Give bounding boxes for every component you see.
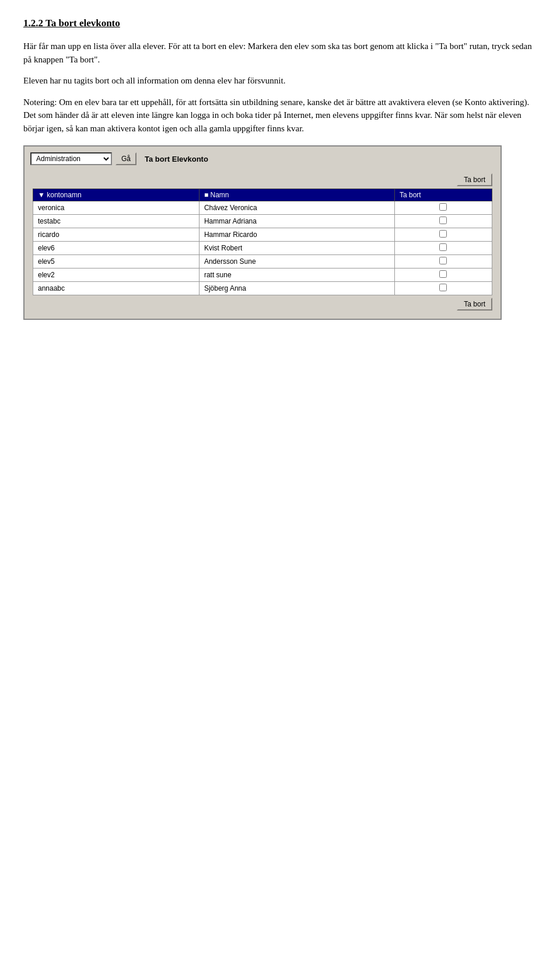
cell-namn: Hammar Ricardo [199,228,394,242]
delete-checkbox[interactable] [439,257,447,264]
table-row: elev2ratt sune [33,268,492,282]
cell-checkbox [394,228,492,242]
student-table: kontonamn Namn Ta bort veronicaChávez Ve… [33,189,492,295]
col-namn[interactable]: Namn [199,189,394,201]
cell-checkbox [394,242,492,255]
delete-checkbox[interactable] [439,270,447,278]
ta-bort-button-bottom[interactable]: Ta bort [457,298,492,311]
table-row: ricardoHammar Ricardo [33,228,492,242]
table-row: veronicaChávez Veronica [33,201,492,215]
table-row: elev5Andersson Sune [33,255,492,268]
cell-kontonamn: elev2 [33,268,200,282]
table-header: kontonamn Namn Ta bort [33,189,492,201]
ta-bort-bottom-container: Ta bort [33,298,492,311]
col-ta-bort: Ta bort [394,189,492,201]
table-row: testabcHammar Adriana [33,215,492,228]
top-bar: Administration Gå Ta bort Elevkonto [30,152,495,165]
table-body: veronicaChávez VeronicatestabcHammar Adr… [33,201,492,295]
page-title: Ta bort Elevkonto [140,154,213,165]
table-row: annaabcSjöberg Anna [33,282,492,295]
ta-bort-top-container: Ta bort [33,173,492,186]
table-content: Ta bort kontonamn Namn Ta bort veronicaC… [30,171,495,313]
go-button[interactable]: Gå [116,152,136,165]
cell-checkbox [394,268,492,282]
cell-checkbox [394,215,492,228]
cell-checkbox [394,201,492,215]
delete-checkbox[interactable] [439,230,447,238]
table-row: elev6Kvist Robert [33,242,492,255]
admin-ui-frame: Administration Gå Ta bort Elevkonto Ta b… [23,145,502,320]
cell-checkbox [394,282,492,295]
cell-kontonamn: elev6 [33,242,200,255]
cell-namn: Andersson Sune [199,255,394,268]
cell-kontonamn: testabc [33,215,200,228]
col-kontonamn[interactable]: kontonamn [33,189,200,201]
cell-kontonamn: annaabc [33,282,200,295]
paragraph-2: Eleven har nu tagits bort och all inform… [23,74,537,88]
cell-checkbox [394,255,492,268]
cell-kontonamn: veronica [33,201,200,215]
paragraph-1: Här får man upp en lista över alla eleve… [23,40,537,66]
delete-checkbox[interactable] [439,217,447,224]
cell-kontonamn: ricardo [33,228,200,242]
ta-bort-button-top[interactable]: Ta bort [457,173,492,186]
admin-dropdown[interactable]: Administration [30,152,112,165]
delete-checkbox[interactable] [439,203,447,211]
section-heading: 1.2.2 Ta bort elevkonto [23,18,537,29]
delete-checkbox[interactable] [439,243,447,251]
cell-namn: ratt sune [199,268,394,282]
cell-namn: Chávez Veronica [199,201,394,215]
cell-namn: Hammar Adriana [199,215,394,228]
cell-kontonamn: elev5 [33,255,200,268]
cell-namn: Kvist Robert [199,242,394,255]
delete-checkbox[interactable] [439,284,447,291]
paragraph-3: Notering: Om en elev bara tar ett uppehå… [23,96,537,135]
cell-namn: Sjöberg Anna [199,282,394,295]
